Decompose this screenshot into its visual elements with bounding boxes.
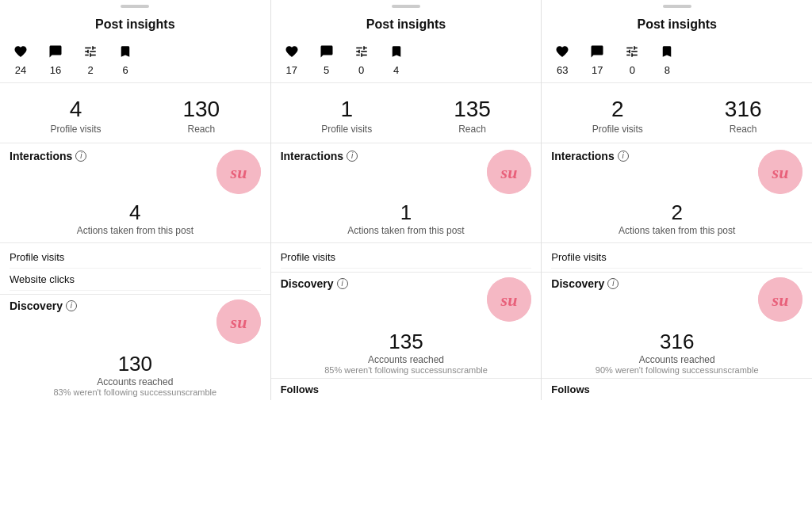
discovery-stat-sub: 85% weren't following successunscramble bbox=[281, 365, 532, 375]
bookmark-count: 4 bbox=[393, 64, 399, 76]
profile-visits-stat: 4 Profile visits bbox=[50, 97, 101, 135]
discovery-stats: 130 Accounts reached 83% weren't followi… bbox=[0, 347, 270, 400]
icon-item-comment: 16 bbox=[44, 44, 67, 76]
filter-count: 0 bbox=[358, 64, 364, 76]
bookmark-icon bbox=[660, 44, 674, 63]
icon-item-filter: 2 bbox=[79, 44, 102, 76]
list-section: Profile visits bbox=[542, 242, 812, 272]
profile-visits-stat: 1 Profile visits bbox=[321, 97, 372, 135]
list-item-row: Profile visits bbox=[281, 246, 532, 269]
bookmark-icon bbox=[389, 44, 404, 63]
info-icon: i bbox=[618, 151, 629, 162]
column-1: Post insights 24 16 2 6 4 Profile visits… bbox=[0, 0, 271, 400]
discovery-stat-label: Accounts reached bbox=[281, 354, 532, 365]
discovery-avatar: su bbox=[216, 299, 261, 344]
icon-row: 24 16 2 6 bbox=[0, 40, 270, 82]
discovery-avatar: su bbox=[758, 277, 802, 322]
discovery-number: 316 bbox=[551, 330, 802, 354]
post-insights-title: Post insights bbox=[0, 11, 270, 40]
filter-count: 0 bbox=[630, 64, 635, 76]
columns-wrapper: Post insights 24 16 2 6 4 Profile visits… bbox=[0, 0, 812, 400]
info-icon: i bbox=[75, 151, 86, 162]
discovery-label: Discovery i bbox=[281, 277, 348, 290]
follows-label: Follows bbox=[542, 378, 812, 399]
comment-icon bbox=[48, 44, 63, 63]
actions-number: 4 bbox=[10, 200, 261, 225]
icon-item-bookmark: 8 bbox=[656, 44, 678, 76]
list-item-label-0: Profile visits bbox=[281, 251, 335, 263]
stats-row: 4 Profile visits 130 Reach bbox=[0, 83, 270, 143]
drag-bar bbox=[663, 5, 691, 8]
heart-icon bbox=[555, 44, 569, 63]
bookmark-count: 6 bbox=[122, 64, 128, 76]
icon-item-filter: 0 bbox=[621, 44, 643, 76]
discovery-section: Discovery i su bbox=[271, 272, 542, 325]
info-icon: i bbox=[607, 278, 619, 289]
drag-handle[interactable] bbox=[542, 0, 812, 11]
profile-visits-number: 1 bbox=[340, 97, 353, 122]
avatar: su bbox=[758, 150, 802, 194]
profile-visits-number: 2 bbox=[611, 97, 624, 122]
bookmark-icon bbox=[118, 44, 132, 63]
reach-number: 316 bbox=[725, 97, 762, 122]
icon-item-comment: 5 bbox=[316, 44, 338, 76]
interactions-row: Interactions i su bbox=[271, 143, 542, 197]
svg-text:su: su bbox=[772, 290, 789, 310]
filter-icon bbox=[83, 44, 98, 63]
actions-sublabel: Actions taken from this post bbox=[281, 225, 532, 236]
icon-item-filter: 0 bbox=[350, 44, 373, 76]
post-insights-title: Post insights bbox=[271, 11, 542, 40]
icon-row: 17 5 0 4 bbox=[271, 40, 542, 82]
discovery-section: Discovery i su bbox=[542, 272, 812, 325]
list-item-row: Website clicks bbox=[10, 269, 261, 291]
filter-icon bbox=[625, 44, 639, 63]
discovery-avatar: su bbox=[487, 277, 531, 322]
stats-row: 2 Profile visits 316 Reach bbox=[542, 83, 812, 143]
profile-visits-label: Profile visits bbox=[50, 124, 101, 135]
svg-text:su: su bbox=[772, 162, 789, 182]
profile-visits-stat: 2 Profile visits bbox=[592, 97, 643, 135]
profile-visits-number: 4 bbox=[70, 97, 82, 122]
reach-number: 130 bbox=[182, 97, 220, 122]
drag-bar bbox=[121, 5, 149, 8]
interactions-row: Interactions i su bbox=[0, 143, 270, 197]
discovery-label: Discovery i bbox=[551, 277, 619, 290]
discovery-number: 135 bbox=[281, 330, 532, 354]
reach-stat: 130 Reach bbox=[182, 97, 220, 135]
actions-sublabel: Actions taken from this post bbox=[10, 225, 261, 236]
actions-section: 2 Actions taken from this post bbox=[542, 197, 812, 242]
info-icon: i bbox=[347, 151, 358, 162]
actions-sublabel: Actions taken from this post bbox=[551, 225, 802, 236]
discovery-row: Discovery i su bbox=[10, 299, 261, 344]
bookmark-count: 8 bbox=[665, 64, 670, 76]
follows-label: Follows bbox=[271, 378, 542, 399]
reach-stat: 316 Reach bbox=[725, 97, 762, 135]
filter-icon bbox=[354, 44, 369, 63]
svg-text:su: su bbox=[229, 162, 247, 182]
discovery-section: Discovery i su bbox=[0, 294, 270, 347]
interactions-row: Interactions i su bbox=[542, 143, 812, 197]
avatar: su bbox=[487, 150, 531, 194]
list-item-label-1: Website clicks bbox=[10, 273, 75, 285]
discovery-stats: 316 Accounts reached 90% weren't followi… bbox=[542, 325, 812, 378]
reach-label: Reach bbox=[458, 124, 486, 135]
actions-section: 1 Actions taken from this post bbox=[271, 197, 542, 242]
stats-row: 1 Profile visits 135 Reach bbox=[271, 83, 542, 143]
comment-count: 5 bbox=[324, 64, 329, 76]
drag-handle[interactable] bbox=[271, 0, 542, 11]
svg-text:su: su bbox=[500, 162, 518, 182]
list-section: Profile visits Website clicks bbox=[0, 242, 270, 294]
comment-icon bbox=[590, 44, 604, 63]
filter-count: 2 bbox=[87, 64, 93, 76]
drag-handle[interactable] bbox=[0, 0, 270, 11]
heart-icon bbox=[285, 44, 299, 63]
info-icon: i bbox=[66, 300, 77, 311]
discovery-label: Discovery i bbox=[10, 299, 77, 312]
avatar: su bbox=[216, 150, 261, 194]
interactions-label: Interactions i bbox=[10, 150, 86, 162]
icon-item-heart: 24 bbox=[10, 44, 32, 76]
comment-count: 16 bbox=[50, 64, 61, 76]
column-2: Post insights 17 5 0 4 1 Profile visits … bbox=[271, 0, 542, 400]
heart-count: 17 bbox=[285, 64, 297, 76]
list-item-row: Profile visits bbox=[10, 246, 261, 269]
